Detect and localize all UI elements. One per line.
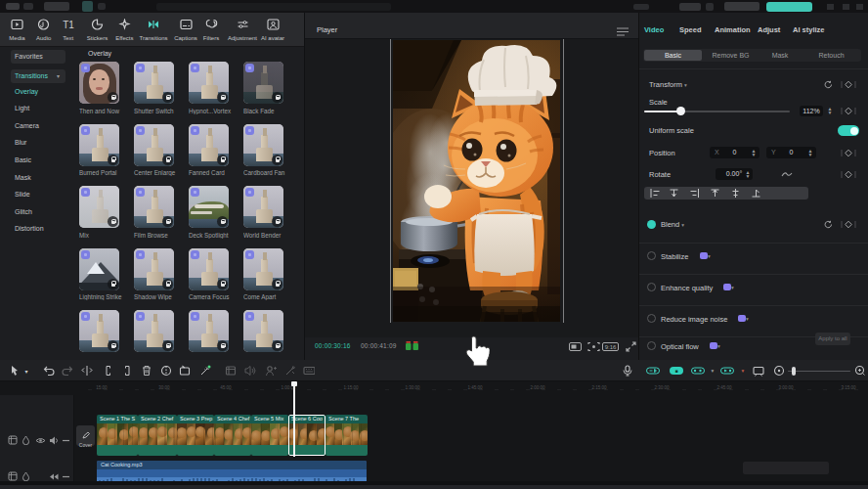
- svg-text:9:16: 9:16: [605, 344, 617, 350]
- svg-text:T1: T1: [63, 20, 74, 30]
